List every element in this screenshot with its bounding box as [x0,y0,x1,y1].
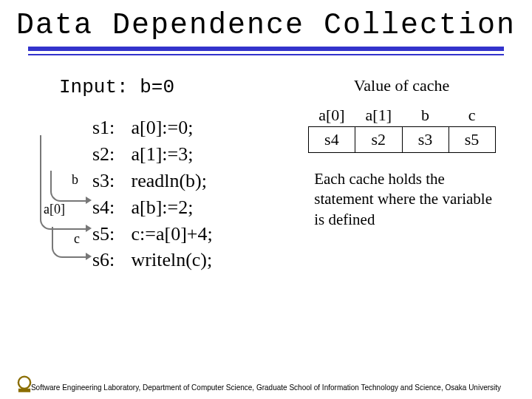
stmt-code: a[b]:=2; [132,197,194,218]
stmt-code: a[0]:=0; [132,117,194,138]
stmt-label: s2: [92,141,126,168]
stmt-code: c:=a[0]+4; [132,223,213,245]
right-column: Value of cache a[0] a[1] b c s4 s2 s3 s5… [293,76,510,230]
statement-list: s1: a[0]:=0; s2: a[1]:=3; s3: readln(b);… [92,115,293,273]
stmt-label: s1: [92,115,126,141]
stmt-code: readln(b); [132,170,208,191]
cache-heading: Value of cache [293,76,510,95]
stmt-label: s5: [92,221,126,248]
cache-cell: s3 [402,127,449,153]
cache-col: b [402,104,449,127]
cache-col: a[0] [308,104,355,127]
footer-text: Software Engineering Laboratory, Departm… [0,383,532,392]
cache-value-row: s4 s2 s3 s5 [308,127,495,153]
stmt-label: s6: [92,247,126,273]
cache-cell: s4 [308,127,355,153]
stmt-row: s4: a[b]:=2; [92,194,293,221]
edge-label-b: b [49,172,78,188]
title-rule-thick [28,47,504,51]
left-column: Input: b=0 b a[0] c s1: a[0]:=0; s2: a[1… [22,76,293,273]
stmt-code: a[1]:=3; [132,143,194,165]
stmt-label: s4: [92,194,126,221]
cache-col: a[1] [355,104,402,127]
cache-col: c [449,104,495,127]
edge-label-a0: a[0] [35,202,65,217]
cache-cell: s5 [449,127,495,153]
cache-table: a[0] a[1] b c s4 s2 s3 s5 [308,104,496,153]
stmt-row: s6: writeln(c); [92,247,293,273]
slide-body: Input: b=0 b a[0] c s1: a[0]:=0; s2: a[1… [0,55,532,273]
stmt-row: s1: a[0]:=0; [92,115,293,141]
cache-cell: s2 [355,127,402,153]
cache-explanation: Each cache holds the statement where the… [293,169,510,230]
input-line: Input: b=0 [59,76,293,98]
stmt-row: s3: readln(b); [92,168,293,194]
edge-label-c: c [50,231,80,247]
slide-title: Data Dependence Collection [0,0,532,47]
cache-header-row: a[0] a[1] b c [308,104,495,127]
stmt-row: s5: c:=a[0]+4; [92,221,293,248]
stmt-code: writeln(c); [132,249,213,270]
stmt-label: s3: [92,168,126,194]
stmt-row: s2: a[1]:=3; [92,141,293,168]
